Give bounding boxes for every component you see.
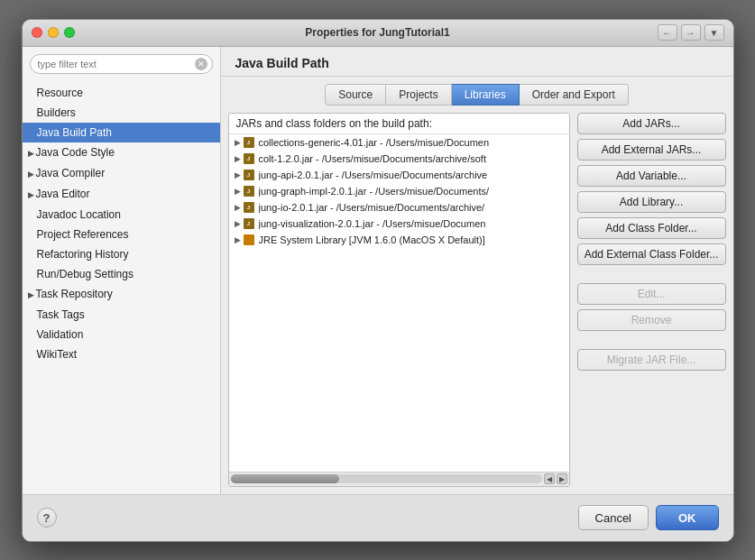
footer-buttons: Cancel OK [578, 505, 719, 530]
tree-item-expand-icon: ▶ [235, 138, 241, 147]
sidebar-item-label: Java Editor [36, 188, 90, 200]
sidebar-item-label: Resource [37, 87, 83, 99]
cancel-button[interactable]: Cancel [578, 505, 649, 530]
dialog-title: Properties for JungTutorial1 [305, 26, 449, 39]
minimize-button[interactable] [48, 27, 59, 38]
tabs-bar: SourceProjectsLibrariesOrder and Export [221, 77, 733, 106]
tree-item[interactable]: ▶Jcollections-generic-4.01.jar - /Users/… [229, 134, 569, 151]
sidebar-item-resource[interactable]: Resource [23, 83, 220, 103]
button-spacer [577, 335, 726, 344]
sidebar-item-validation[interactable]: Validation [23, 325, 220, 344]
help-button[interactable]: ? [37, 508, 57, 528]
sidebar-item-label: Run/Debug Settings [37, 268, 134, 280]
sidebar-item-label: Project References [37, 228, 129, 241]
scrollbar-thumb[interactable] [231, 474, 339, 483]
sidebar-item-label: Builders [37, 106, 76, 119]
nav-buttons: ← → ▼ [658, 24, 724, 41]
tree-label: JARs and class folders on the build path… [229, 114, 569, 134]
edit-button: Edit... [577, 283, 726, 305]
tab-order-export[interactable]: Order and Export [520, 84, 629, 106]
tree-item-expand-icon: ▶ [235, 170, 241, 179]
tree-item[interactable]: ▶Jjung-io-2.0.1.jar - /Users/misue/Docum… [229, 199, 569, 216]
tree-list: ▶Jcollections-generic-4.01.jar - /Users/… [229, 134, 569, 472]
footer: ? Cancel OK [23, 494, 733, 541]
sidebar-item-java-editor[interactable]: ▶ Java Editor [23, 184, 220, 205]
sidebar-item-task-tags[interactable]: Task Tags [23, 305, 220, 325]
search-box: ✕ [30, 54, 213, 74]
tree-item[interactable]: ▶JRE System Library [JVM 1.6.0 (MacOS X … [229, 232, 569, 248]
tree-item-text: colt-1.2.0.jar - /Users/misue/Documents/… [259, 153, 486, 164]
search-input[interactable] [30, 54, 213, 74]
forward-button[interactable]: → [681, 24, 701, 41]
sidebar-item-run-debug-settings[interactable]: Run/Debug Settings [23, 264, 220, 284]
tree-item-expand-icon: ▶ [235, 154, 241, 163]
title-bar: Properties for JungTutorial1 ← → ▼ [23, 20, 733, 47]
sidebar-item-refactoring-history[interactable]: Refactoring History [23, 244, 220, 264]
jar-icon: J [244, 186, 254, 197]
sidebar-item-java-code-style[interactable]: ▶ Java Code Style [23, 142, 220, 163]
sidebar-item-label: Java Build Path [37, 126, 112, 139]
jar-icon: J [244, 170, 254, 180]
tree-item[interactable]: ▶Jjung-visualization-2.0.1.jar - /Users/… [229, 216, 569, 232]
jar-icon: J [244, 218, 254, 229]
tree-item-text: collections-generic-4.01.jar - /Users/mi… [259, 137, 490, 148]
sidebar-item-label: Validation [37, 328, 84, 341]
horizontal-scrollbar[interactable] [231, 474, 542, 483]
sidebar-item-builders[interactable]: Builders [23, 103, 220, 123]
add-external-class-folder-button[interactable]: Add External Class Folder... [577, 243, 726, 265]
scrollbar-area: ◀ ▶ [229, 472, 569, 486]
tree-item-expand-icon: ▶ [235, 219, 241, 228]
add-external-jars-button[interactable]: Add External JARs... [577, 139, 726, 161]
close-button[interactable] [32, 27, 42, 38]
migrate-jar-button: Migrate JAR File... [577, 349, 726, 371]
sidebar-item-label: Refactoring History [37, 248, 129, 261]
sidebar-item-project-references[interactable]: Project References [23, 225, 220, 244]
search-clear-button[interactable]: ✕ [195, 58, 207, 70]
ok-button[interactable]: OK [656, 505, 719, 530]
add-variable-button[interactable]: Add Variable... [577, 165, 726, 187]
back-button[interactable]: ← [658, 24, 677, 41]
sidebar-item-label: Java Compiler [36, 167, 106, 179]
sidebar-item-java-build-path[interactable]: Java Build Path [23, 123, 220, 142]
jar-icon: J [244, 153, 254, 164]
scroll-left-button[interactable]: ◀ [544, 473, 555, 484]
tab-source[interactable]: Source [325, 84, 386, 106]
properties-dialog: Properties for JungTutorial1 ← → ▼ ✕ Res… [22, 19, 734, 542]
sidebar-item-label: Task Repository [36, 288, 113, 300]
maximize-button[interactable] [64, 27, 75, 38]
right-panel: Java Build Path SourceProjectsLibrariesO… [221, 47, 733, 494]
tree-item-expand-icon: ▶ [235, 235, 241, 244]
tree-area: JARs and class folders on the build path… [228, 113, 570, 487]
tree-item-expand-icon: ▶ [235, 187, 241, 196]
sidebar-item-label: Java Code Style [36, 146, 115, 159]
tree-item[interactable]: ▶Jjung-graph-impl-2.0.1.jar - /Users/mis… [229, 183, 569, 199]
buttons-panel: Add JARs...Add External JARs...Add Varia… [577, 113, 726, 487]
tab-projects[interactable]: Projects [386, 84, 451, 106]
tree-item-text: JRE System Library [JVM 1.6.0 (MacOS X D… [259, 234, 485, 245]
tree-item-text: jung-visualization-2.0.1.jar - /Users/mi… [259, 218, 486, 229]
sidebar-item-label: Task Tags [37, 308, 85, 321]
remove-button: Remove [577, 309, 726, 331]
tree-item-expand-icon: ▶ [235, 203, 241, 212]
window-controls [32, 27, 75, 38]
sidebar-item-task-repository[interactable]: ▶ Task Repository [23, 284, 220, 305]
sidebar-item-label: Javadoc Location [37, 208, 121, 221]
add-library-button[interactable]: Add Library... [577, 191, 726, 213]
scroll-right-button[interactable]: ▶ [557, 473, 567, 484]
add-jars-button[interactable]: Add JARs... [577, 113, 726, 134]
jar-icon: J [244, 202, 254, 213]
sidebar-list: ResourceBuildersJava Build Path▶ Java Co… [23, 81, 220, 494]
tab-libraries[interactable]: Libraries [452, 84, 520, 106]
tree-item-text: jung-graph-impl-2.0.1.jar - /Users/misue… [259, 186, 490, 197]
menu-button[interactable]: ▼ [704, 24, 724, 41]
panel-content: JARs and class folders on the build path… [221, 106, 733, 494]
sidebar-item-javadoc-location[interactable]: Javadoc Location [23, 205, 220, 225]
sidebar-item-wikitext[interactable]: WikiText [23, 344, 220, 364]
tree-item[interactable]: ▶Jcolt-1.2.0.jar - /Users/misue/Document… [229, 151, 569, 167]
tree-item[interactable]: ▶Jjung-api-2.0.1.jar - /Users/misue/Docu… [229, 167, 569, 183]
panel-title: Java Build Path [221, 47, 733, 77]
tree-item-text: jung-api-2.0.1.jar - /Users/misue/Docume… [259, 170, 488, 180]
button-spacer [577, 270, 726, 279]
sidebar-item-java-compiler[interactable]: ▶ Java Compiler [23, 163, 220, 184]
add-class-folder-button[interactable]: Add Class Folder... [577, 217, 726, 239]
